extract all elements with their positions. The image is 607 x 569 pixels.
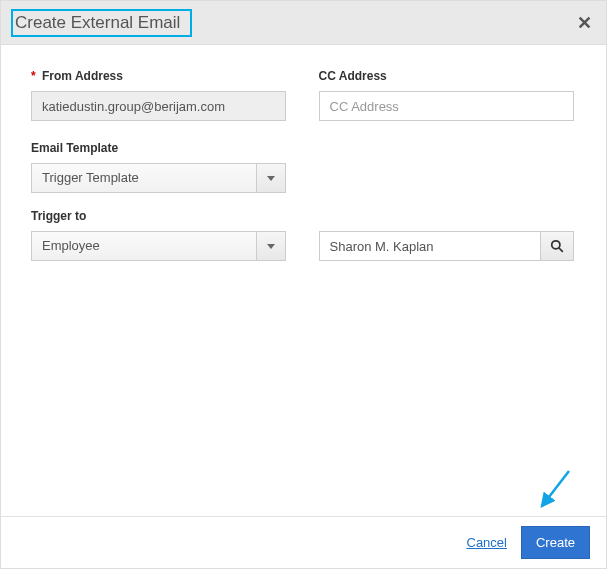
required-indicator: * [31,69,36,83]
dialog-header: Create External Email ✕ [1,1,606,45]
trigger-to-label: Trigger to [31,209,576,223]
arrow-annotation [524,466,574,516]
email-template-label: Email Template [31,141,576,155]
cc-address-field: CC Address [319,69,577,121]
svg-line-1 [558,248,562,252]
email-template-value: Trigger Template [31,163,257,193]
email-template-field: Email Template Trigger Template [31,141,576,193]
close-icon[interactable]: ✕ [577,12,592,34]
dialog-title: Create External Email [11,9,192,37]
svg-point-0 [551,241,559,249]
from-address-field: * From Address [31,69,289,121]
search-button[interactable] [540,231,574,261]
trigger-to-value: Employee [31,231,257,261]
trigger-to-select[interactable]: Employee [31,231,286,261]
from-address-label: * From Address [31,69,289,83]
chevron-down-icon[interactable] [256,163,286,193]
search-icon [550,239,564,253]
from-address-input[interactable] [31,91,286,121]
create-external-email-dialog: Create External Email ✕ * From Address C… [0,0,607,569]
trigger-to-lookup-input[interactable] [319,231,541,261]
dialog-body: * From Address CC Address Email Template… [1,45,606,287]
chevron-down-icon[interactable] [256,231,286,261]
svg-line-2 [542,471,569,506]
dialog-footer: Cancel Create [1,516,606,568]
trigger-to-field: Trigger to Employee [31,209,576,261]
cancel-button[interactable]: Cancel [467,535,507,550]
create-button[interactable]: Create [521,526,590,559]
email-template-select[interactable]: Trigger Template [31,163,286,193]
cc-address-label: CC Address [319,69,577,83]
cc-address-input[interactable] [319,91,574,121]
trigger-to-lookup [319,231,574,261]
